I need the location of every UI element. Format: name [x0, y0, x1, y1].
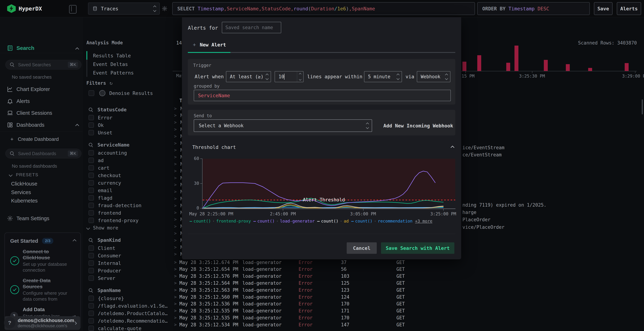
table-row[interactable]: >May 28 3:25:12.536 PMload-generatorErro…: [173, 301, 638, 308]
histogram-bar[interactable]: [588, 68, 592, 71]
table-row[interactable]: >M: [173, 160, 183, 167]
filter-option[interactable]: fraud-detection: [88, 202, 167, 209]
expand-chevron-icon[interactable]: >: [174, 281, 176, 286]
sql-select-input[interactable]: SELECT Timestamp,ServiceName,StatusCode,…: [172, 2, 475, 15]
table-row[interactable]: >M: [173, 251, 183, 258]
refresh-icon[interactable]: ↻: [110, 80, 113, 86]
alerts-button[interactable]: Alerts: [617, 2, 641, 15]
help-button[interactable]: ?: [4, 317, 16, 329]
filter-checkbox[interactable]: [88, 150, 94, 155]
table-row[interactable]: >M: [173, 105, 183, 112]
table-row[interactable]: >May 28 3:25:12.560 PMload-generatorErro…: [173, 294, 638, 301]
filter-checkbox[interactable]: [88, 188, 94, 193]
expand-chevron-icon[interactable]: >: [174, 148, 176, 153]
filter-checkbox[interactable]: [88, 195, 94, 201]
histogram-bar[interactable]: [514, 45, 518, 71]
filter-option[interactable]: /flagd.evaluation.v1.Se…: [88, 302, 167, 310]
sidebar-item-dashboards[interactable]: Dashboards: [7, 122, 44, 128]
expand-chevron-icon[interactable]: >: [174, 260, 176, 265]
legend-more-link[interactable]: +3 more: [415, 219, 432, 223]
expand-chevron-icon[interactable]: >: [174, 106, 176, 111]
filter-checkbox[interactable]: [88, 165, 94, 171]
filter-checkbox[interactable]: [88, 318, 94, 324]
filter-option[interactable]: frontend-proxy: [88, 217, 167, 224]
filter-checkbox[interactable]: [88, 296, 94, 301]
sidebar-item-team-settings[interactable]: Team Settings: [7, 215, 49, 222]
save-button[interactable]: Save: [594, 2, 612, 15]
table-row[interactable]: >May 28 3:25:12.654 PMload-generatorErro…: [173, 266, 638, 273]
expand-chevron-icon[interactable]: >: [174, 113, 176, 118]
table-row[interactable]: >M: [173, 244, 183, 251]
table-row[interactable]: >M: [173, 174, 183, 181]
denoise-filter[interactable]: Denoise Results: [88, 90, 153, 96]
expand-chevron-icon[interactable]: >: [174, 120, 176, 125]
filter-checkbox[interactable]: [88, 173, 94, 178]
expand-chevron-icon[interactable]: >: [174, 176, 176, 181]
window-select[interactable]: 5 minute: [364, 71, 402, 82]
table-row[interactable]: >May 28 3:25:12.534 PMload-generatorErro…: [173, 321, 638, 328]
expand-chevron-icon[interactable]: >: [174, 252, 176, 257]
filter-checkbox[interactable]: [88, 245, 94, 251]
filter-checkbox[interactable]: [88, 311, 94, 316]
histogram-bar[interactable]: [506, 63, 510, 71]
table-row[interactable]: >M: [173, 126, 183, 133]
table-row[interactable]: >M: [173, 209, 183, 216]
show-more-toggle[interactable]: Show more: [88, 224, 167, 232]
presets-toggle[interactable]: PRESETS: [9, 172, 38, 177]
count-input[interactable]: 10: [274, 71, 304, 82]
expand-chevron-icon[interactable]: >: [174, 231, 176, 236]
preset-link-clickhouse[interactable]: ClickHouse: [11, 181, 38, 187]
table-row[interactable]: >May 28 3:25:12.535 PMload-generatorErro…: [173, 314, 638, 321]
filter-checkbox[interactable]: [88, 218, 94, 223]
table-row[interactable]: >M: [173, 119, 183, 126]
filter-option[interactable]: checkout: [88, 172, 167, 179]
sidebar-item-chart-explorer[interactable]: Chart Explorer: [7, 86, 50, 92]
filter-option[interactable]: {closure}: [88, 295, 167, 302]
chevron-up-icon[interactable]: [75, 47, 79, 51]
filter-option[interactable]: ad: [88, 157, 167, 164]
expand-chevron-icon[interactable]: >: [174, 182, 176, 187]
scrollbar-thumb[interactable]: [642, 99, 643, 114]
filter-checkbox[interactable]: [88, 203, 94, 208]
filter-checkbox[interactable]: [88, 122, 94, 128]
expand-chevron-icon[interactable]: >: [174, 189, 176, 194]
expand-chevron-icon[interactable]: >: [174, 217, 176, 222]
saved-dashboards-input[interactable]: Saved Dashboards ⌘K: [5, 149, 82, 158]
table-row[interactable]: >M: [173, 181, 183, 188]
table-row[interactable]: >M: [173, 230, 183, 237]
expand-chevron-icon[interactable]: >: [174, 162, 176, 167]
grouped-by-input[interactable]: ServiceName: [194, 90, 451, 101]
expand-chevron-icon[interactable]: >: [174, 196, 176, 201]
filter-option[interactable]: Error: [88, 114, 167, 121]
filter-checkbox[interactable]: [88, 326, 94, 331]
sidebar-item-search[interactable]: Search: [7, 45, 34, 51]
table-row[interactable]: >M: [173, 112, 183, 119]
expand-chevron-icon[interactable]: >: [174, 155, 176, 160]
histogram-bar[interactable]: [544, 60, 548, 71]
saved-search-name-input[interactable]: Saved search name: [222, 22, 281, 33]
order-by-input[interactable]: ORDER BY Timestamp DESC: [477, 2, 590, 15]
table-row[interactable]: >M: [173, 237, 183, 244]
filter-checkbox[interactable]: [88, 158, 94, 163]
expand-chevron-icon[interactable]: >: [174, 203, 176, 208]
filter-option[interactable]: /oteldemo.Recommendatio…: [88, 317, 167, 325]
sidebar-collapse-icon[interactable]: [69, 5, 76, 13]
filter-option[interactable]: Server: [88, 274, 167, 282]
filter-option[interactable]: flagd: [88, 194, 167, 202]
collapse-chevron-icon[interactable]: [450, 146, 454, 149]
table-row[interactable]: >May 28 3:25:12.563 PMload-generatorErro…: [173, 287, 638, 294]
expand-chevron-icon[interactable]: >: [174, 141, 176, 146]
expand-chevron-icon[interactable]: >: [174, 288, 176, 293]
histogram-bar[interactable]: [625, 63, 628, 71]
expand-chevron-icon[interactable]: >: [174, 295, 176, 300]
filter-option[interactable]: Producer: [88, 267, 167, 274]
denoise-checkbox[interactable]: [88, 90, 94, 96]
saved-searches-input[interactable]: Saved Searches ⌘K: [5, 60, 82, 69]
analysis-mode-event-deltas[interactable]: Event Deltas: [93, 61, 134, 69]
filter-checkbox[interactable]: [88, 303, 94, 309]
histogram-bar[interactable]: [566, 64, 570, 71]
filter-option[interactable]: Internal: [88, 259, 167, 267]
source-select[interactable]: Traces: [88, 2, 160, 15]
filter-option[interactable]: frontend: [88, 209, 167, 217]
expand-chevron-icon[interactable]: >: [174, 210, 176, 215]
